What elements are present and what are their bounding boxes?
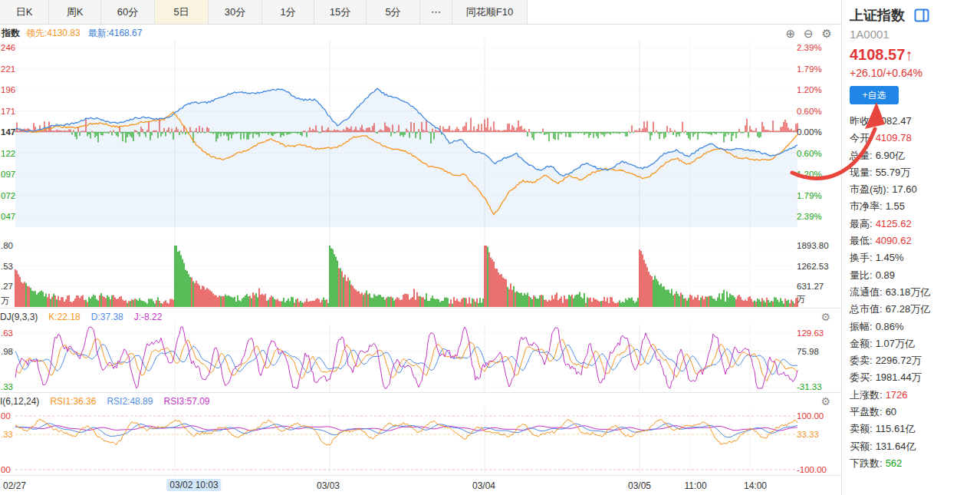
price-axis-label: 047 (1, 211, 15, 222)
stat-row: 量比:0.89 (850, 267, 980, 284)
lead-value: 领先:4130.83 (26, 27, 81, 40)
time-label: 02/27 (3, 480, 26, 491)
stock-change: +26.10/+0.64% (850, 67, 980, 79)
stat-row: 总市值:67.28万亿 (850, 301, 980, 318)
price-axis-label: 221 (1, 64, 15, 74)
chart-area[interactable]: 指数 领先:4130.83 最新:4168.67 ⊕ ⊖ ⚙ 246221196… (0, 0, 841, 495)
pct-axis-label: 1.79% (797, 64, 822, 74)
rsi3-value: RSI3:57.09 (163, 396, 209, 407)
rsi-settings-gear-icon[interactable]: ⚙ (821, 395, 830, 408)
tab-同花顺F10[interactable]: 同花顺F10 (452, 0, 528, 24)
time-label: 03/05 (628, 480, 651, 491)
zoom-in-icon[interactable]: ⊕ (785, 28, 795, 39)
time-axis: 02/2703/02 10:0303/0303/0403/0511:0014:0… (0, 476, 841, 495)
volume-axis-label: 631.27 (797, 281, 824, 292)
stat-row: 换手:1.45% (850, 249, 980, 266)
chart-header-icons: ⊕ ⊖ ⚙ (785, 28, 832, 39)
kdj-axis-label: 129.63 (797, 328, 824, 338)
stock-name: 上证指数 (850, 6, 905, 25)
chart-canvas[interactable] (0, 0, 841, 495)
price-axis-label: 097 (1, 169, 15, 180)
kdj-axis-label: 75.98 (797, 346, 819, 357)
stat-row: 委卖:2296.72万 (850, 352, 980, 369)
rsi2-value: RSI2:48.89 (107, 396, 153, 407)
stock-info-panel: 上证指数 1A0001 4108.57↑ +26.10/+0.64% +自选 昨… (841, 0, 980, 495)
price-axis-label: 147 (1, 127, 15, 137)
volume-axis-label: .27 (1, 281, 13, 292)
price-axis-label: 072 (1, 190, 15, 201)
tab-日K[interactable]: 日K (0, 0, 49, 24)
volume-axis-label: 1893.80 (797, 240, 829, 251)
kdj-axis-label: -31.33 (797, 381, 822, 392)
price-axis-label: 246 (1, 42, 15, 53)
tab-1分[interactable]: 1分 (262, 0, 314, 24)
time-label: 03/03 (317, 480, 340, 491)
pct-axis-label: 0.60% (797, 106, 822, 117)
stat-row: 下跌数:562 (850, 455, 980, 472)
rsi-axis-label: 33.33 (797, 429, 819, 440)
stat-row: 最高:4125.62 (850, 216, 980, 233)
stat-row: 振幅:0.86% (850, 318, 980, 335)
kdj-axis-label: .33 (1, 381, 13, 392)
rsi-axis-label: -100.00 (797, 464, 827, 475)
volume-unit-label: 万 (797, 294, 806, 305)
time-label: 11:00 (684, 480, 706, 491)
stat-row: 现量:55.79万 (850, 164, 980, 181)
kdj-axis-label: .63 (1, 328, 13, 338)
pct-axis-label: 0.00% (797, 127, 822, 137)
volume-axis-label: .53 (1, 261, 13, 272)
chart-header: 指数 领先:4130.83 最新:4168.67 ⊕ ⊖ ⚙ (0, 26, 840, 40)
stock-stats-list: 昨收:4082.47今开:4109.78总量:6.90亿现量:55.79万市盈(… (850, 113, 980, 472)
rsi1-value: RSI1:36.36 (50, 396, 96, 407)
zoom-out-icon[interactable]: ⊖ (804, 28, 814, 39)
stat-row: 昨收:4082.47 (850, 113, 980, 130)
latest-value: 最新:4168.67 (88, 27, 143, 40)
price-axis-label: 171 (1, 106, 15, 117)
kdj-settings-gear-icon[interactable]: ⚙ (821, 311, 830, 323)
pct-axis-label: 1.79% (797, 190, 822, 201)
tab-5日[interactable]: 5日 (155, 0, 209, 24)
rsi-axis-label: 100.00 (797, 411, 824, 421)
stat-row: 平盘数:60 (850, 404, 980, 421)
stat-row: 市盈(动):17.60 (850, 181, 980, 198)
stat-row: 总量:6.90亿 (850, 147, 980, 164)
pct-axis-label: 1.20% (797, 169, 822, 180)
stat-row: 买额:131.64亿 (850, 438, 980, 455)
time-label: 14:00 (744, 480, 767, 491)
rsi-axis-label: 00 (1, 411, 11, 421)
panel-toggle-icon[interactable] (914, 8, 929, 22)
app-window: 指数 领先:4130.83 最新:4168.67 ⊕ ⊖ ⚙ 246221196… (0, 0, 980, 495)
tab-5分[interactable]: 5分 (367, 0, 420, 24)
sidebar-header: 上证指数 (850, 6, 980, 25)
tab-more[interactable]: ⋯ (420, 0, 452, 24)
kdj-header: DJ(9,3,3) K:22.18 D:37.38 J:-8.22 ⚙ (0, 310, 840, 324)
pct-axis-label: 2.39% (797, 42, 822, 53)
settings-gear-icon[interactable]: ⚙ (822, 28, 832, 39)
time-label: 03/04 (472, 480, 495, 491)
stat-row: 金额:1.07万亿 (850, 335, 980, 352)
rsi-axis-label: .33 (1, 429, 13, 440)
kdj-axis-label: .98 (1, 346, 13, 357)
volume-unit-label: 万 (1, 295, 10, 306)
volume-axis-label: .80 (1, 240, 13, 251)
tab-周K[interactable]: 周K (49, 0, 101, 24)
pct-axis-label: 2.39% (797, 211, 822, 222)
kdj-j-value: J:-8.22 (134, 312, 163, 322)
tab-60分[interactable]: 60分 (101, 0, 155, 24)
stat-row: 卖额:115.61亿 (850, 421, 980, 437)
rsi-header: I(6,12,24) RSI1:36.36 RSI2:48.89 RSI3:57… (0, 394, 840, 408)
kdj-k-value: K:22.18 (48, 312, 80, 322)
stock-price: 4108.57↑ (850, 46, 980, 64)
price-axis-label: 196 (1, 84, 15, 95)
add-watchlist-button[interactable]: +自选 (850, 86, 899, 104)
tab-15分[interactable]: 15分 (314, 0, 367, 24)
stat-row: 市净率:1.55 (850, 198, 980, 215)
stat-row: 流通值:63.18万亿 (850, 284, 980, 301)
stock-code: 1A0001 (850, 28, 980, 41)
pct-axis-label: 1.20% (797, 84, 822, 95)
volume-axis-label: 1262.53 (797, 261, 829, 272)
price-axis-label: 122 (1, 148, 15, 159)
chart-column: 指数 领先:4130.83 最新:4168.67 ⊕ ⊖ ⚙ 246221196… (0, 0, 841, 495)
tab-30分[interactable]: 30分 (209, 0, 262, 24)
stat-row: 今开:4109.78 (850, 130, 980, 147)
